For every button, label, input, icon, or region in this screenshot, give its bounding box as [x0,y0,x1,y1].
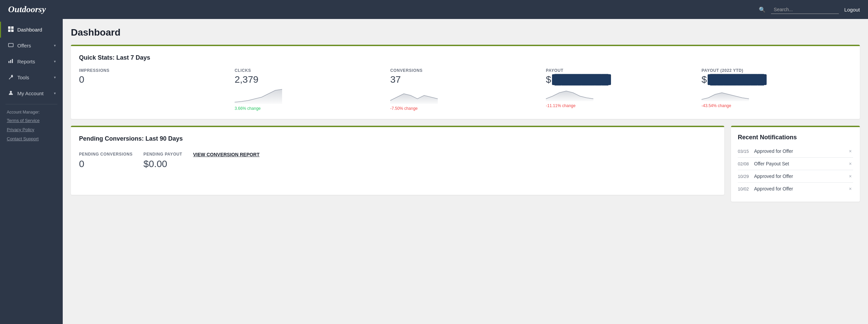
stat-change-payout: -11.11% change [546,103,696,108]
pending-payout-stat: PENDING PAYOUT $0.00 [143,152,182,169]
notification-text: Approved for Offer [754,186,848,191]
stat-change-payout_ytd: -43.54% change [702,103,852,108]
svg-rect-3 [11,29,14,32]
pending-conversions-stat: PENDING CONVERSIONS 0 [79,152,133,169]
bottom-grid: Pending Conversions: Last 90 Days PENDIN… [71,126,860,202]
stat-payout: PAYOUT $ ████████ -11.11% change [546,68,696,111]
stat-chart-payout [546,85,696,102]
search-icon: 🔍 [759,6,766,13]
stat-label-impressions: IMPRESSIONS [79,68,229,73]
notifications-title: Recent Notifications [738,134,853,141]
stat-impressions: IMPRESSIONS 0 [79,68,229,111]
sidebar-icon-reports [8,58,14,65]
notification-date: 02/08 [738,161,750,166]
notification-date: 10/02 [738,186,750,191]
search-input[interactable] [771,5,839,14]
sidebar-item-inner-myaccount: My Account [8,90,44,97]
header: Outdoorsy 🔍 Logout [0,0,868,19]
dollar-prefix-payout: $ [546,74,551,85]
notification-row: 03/15 Approved for Offer × [738,145,853,158]
sidebar-item-inner-offers: Offers [8,42,31,49]
stat-label-conversions: CONVERSIONS [390,68,540,73]
layout: Dashboard Offers ▾ Reports ▾ Tools ▾ My … [0,19,868,324]
notification-close-button[interactable]: × [848,174,853,179]
stat-value-impressions: 0 [79,74,229,85]
notification-row: 10/02 Approved for Offer × [738,183,853,195]
stat-change-clicks: 3.66% change [235,106,385,111]
chevron-icon-reports: ▾ [54,59,56,64]
stat-value-clicks: 2,379 [235,74,385,85]
stat-label-payout: PAYOUT [546,68,696,73]
sidebar-icon-myaccount [8,90,14,97]
sidebar-item-inner-tools: Tools [8,74,29,81]
main-content: Dashboard Quick Stats: Last 7 Days IMPRE… [63,19,868,324]
sidebar-label-dashboard: Dashboard [17,27,42,33]
notification-close-button[interactable]: × [848,148,853,154]
svg-rect-1 [11,26,14,29]
stat-label-payout_ytd: PAYOUT (2022 YTD) [702,68,852,73]
stat-chart-conversions [390,88,540,105]
stat-chart-payout_ytd [702,85,852,102]
notification-text: Offer Payout Set [754,161,848,166]
logo: Outdoorsy [8,4,46,15]
sidebar-link-support[interactable]: Contact Support [0,134,63,143]
sidebar-item-inner-dashboard: Dashboard [8,26,42,33]
stat-change-conversions: -7.50% change [390,106,540,111]
notification-text: Approved for Offer [754,148,848,154]
account-manager-label: Account Manager: [0,107,63,116]
sidebar: Dashboard Offers ▾ Reports ▾ Tools ▾ My … [0,19,63,324]
sidebar-item-tools[interactable]: Tools ▾ [0,69,63,85]
sidebar-icon-tools [8,74,14,81]
svg-rect-7 [12,59,13,63]
stat-payout_ytd: PAYOUT (2022 YTD) $ ████████ -43.54% cha… [702,68,852,111]
header-right: 🔍 Logout [759,5,860,14]
page-title: Dashboard [71,27,860,38]
logout-button[interactable]: Logout [844,7,860,13]
stat-label-clicks: CLICKS [235,68,385,73]
sidebar-item-reports[interactable]: Reports ▾ [0,54,63,69]
sidebar-icon-dashboard [8,26,14,33]
sidebar-link-terms[interactable]: Terms of Service [0,116,63,125]
sidebar-icon-offers [8,42,14,49]
pending-conversions-label: PENDING CONVERSIONS [79,152,133,157]
stat-chart-clicks [235,88,385,105]
svg-rect-5 [8,61,9,63]
dollar-prefix-payout_ytd: $ [702,74,707,85]
chevron-icon-offers: ▾ [54,43,56,48]
svg-rect-0 [8,26,11,29]
stat-value-payout: $ ████████ [546,74,696,85]
stats-grid: IMPRESSIONS 0 CLICKS 2,379 3.66% change … [79,68,852,111]
sidebar-label-reports: Reports [17,59,35,64]
notifications-card: Recent Notifications 03/15 Approved for … [731,126,860,202]
sidebar-divider [5,104,57,104]
notification-date: 03/15 [738,149,750,154]
stat-value-conversions: 37 [390,74,540,85]
sidebar-item-myaccount[interactable]: My Account ▾ [0,85,63,101]
svg-rect-2 [8,29,11,32]
sidebar-link-privacy[interactable]: Privacy Policy [0,125,63,134]
stat-conversions: CONVERSIONS 37 -7.50% change [390,68,540,111]
sidebar-item-dashboard[interactable]: Dashboard [0,22,63,38]
stat-value-payout_ytd: $ ████████ [702,74,852,85]
sidebar-label-myaccount: My Account [17,90,44,96]
sidebar-label-tools: Tools [17,75,29,80]
notification-date: 10/29 [738,174,750,179]
redacted-value-payout_ytd: ████████ [708,74,767,85]
svg-rect-6 [10,60,11,63]
notification-row: 02/08 Offer Payout Set × [738,158,853,170]
sidebar-item-offers[interactable]: Offers ▾ [0,38,63,54]
notification-close-button[interactable]: × [848,186,853,191]
sidebar-item-inner-reports: Reports [8,58,35,65]
stat-clicks: CLICKS 2,379 3.66% change [235,68,385,111]
redacted-value-payout: ████████ [552,74,611,85]
notification-close-button[interactable]: × [848,161,853,166]
pending-grid: PENDING CONVERSIONS 0 PENDING PAYOUT $0.… [79,149,716,169]
notification-row: 10/29 Approved for Offer × [738,170,853,183]
pending-payout-value: $0.00 [143,159,182,169]
chevron-icon-tools: ▾ [54,75,56,80]
view-conversion-report-link[interactable]: VIEW CONVERSION REPORT [193,152,260,157]
svg-point-8 [10,91,12,93]
quick-stats-card: Quick Stats: Last 7 Days IMPRESSIONS 0 C… [71,45,860,119]
pending-payout-label: PENDING PAYOUT [143,152,182,157]
pending-conversions-value: 0 [79,159,133,169]
